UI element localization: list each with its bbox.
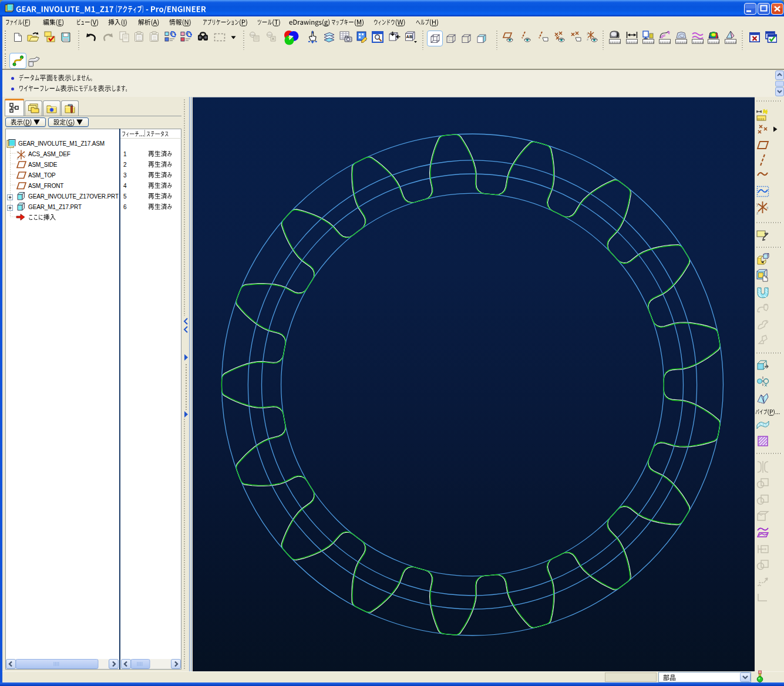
svg-text:y: y [756,202,759,207]
svg-text:y: y [587,32,588,35]
svg-text:x: x [766,206,769,210]
svg-text:x: x [24,154,26,157]
svg-text:z: z [756,211,759,214]
svg-text:AB: AB [406,34,413,39]
svg-text:y: y [17,150,19,153]
svg-text:z: z [587,38,588,41]
